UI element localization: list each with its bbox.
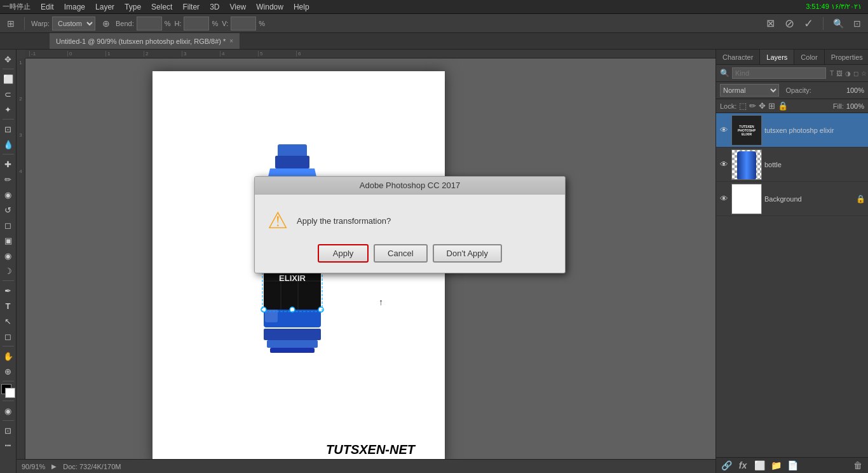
- canvas-scroll-area[interactable]: TUTSXEN PHOTOSHP ELIXIR: [25, 58, 715, 473]
- document-tab[interactable]: Untitled-1 @ 90/9% (tutsxen photoshp eli…: [50, 33, 240, 49]
- apply-button[interactable]: Apply: [318, 244, 369, 263]
- fx-button[interactable]: fx: [736, 460, 749, 470]
- menu-layer[interactable]: Layer: [90, 0, 119, 13]
- v-label: V:: [222, 20, 228, 27]
- filter-icon-T[interactable]: T: [830, 70, 834, 77]
- app-title: 一時停止: [3, 2, 31, 11]
- tab-properties[interactable]: Properties: [825, 50, 868, 64]
- tab-character[interactable]: Character: [716, 50, 760, 64]
- watermark-text: TUTSXEN-NET: [326, 442, 415, 457]
- cancel-transform-icon[interactable]: ⊘: [782, 17, 796, 31]
- layer-visibility-icon[interactable]: 👁: [719, 194, 729, 203]
- dialog-title: Adobe Photoshop CC 2017: [255, 177, 565, 195]
- lock-image-icon[interactable]: ✏: [749, 101, 756, 111]
- status-arrow[interactable]: ▶: [51, 463, 57, 470]
- layer-item[interactable]: 👁 Background 🔒: [716, 182, 868, 216]
- menu-3d[interactable]: 3D: [205, 0, 224, 13]
- menu-help[interactable]: Help: [288, 0, 315, 13]
- menu-type[interactable]: Type: [119, 0, 146, 13]
- layer-name: tutsxen photoshp elixir: [764, 127, 865, 134]
- dodge-tool[interactable]: ☽: [1, 264, 15, 278]
- layer-item[interactable]: 👁 TUTSXENPHOTOSHPELIXIR tutsxen photoshp…: [716, 113, 868, 147]
- lock-transparent-icon[interactable]: ⬚: [739, 101, 747, 111]
- dont-apply-button[interactable]: Don't Apply: [433, 244, 502, 263]
- warp-mode-select[interactable]: Custom: [52, 17, 95, 31]
- link-layers-button[interactable]: 🔗: [720, 460, 733, 470]
- puppet-warp-icon[interactable]: ⊠: [763, 17, 777, 31]
- bend-input[interactable]: 0.0: [137, 17, 162, 31]
- menu-select[interactable]: Select: [146, 0, 177, 13]
- tool-sep-8: [3, 420, 14, 421]
- move-tool[interactable]: ✥: [1, 52, 15, 66]
- v-section: V: 0.0 %: [222, 17, 265, 31]
- history-tool[interactable]: ↺: [1, 203, 15, 217]
- menu-view[interactable]: View: [224, 0, 251, 13]
- gradient-tool[interactable]: ▣: [1, 233, 15, 247]
- tab-color[interactable]: Color: [794, 50, 824, 64]
- screen-mode-tool[interactable]: ⊡: [1, 423, 15, 437]
- new-layer-button[interactable]: 📄: [786, 460, 799, 470]
- lock-all-icon[interactable]: 🔒: [778, 101, 788, 111]
- search-toolbar-icon[interactable]: 🔍: [831, 17, 845, 31]
- lock-position-icon[interactable]: ✥: [759, 101, 766, 111]
- tool-sep-3: [3, 154, 14, 154]
- layer-thumbnail: [731, 149, 762, 180]
- filter-icon-img[interactable]: 🖼: [836, 70, 843, 77]
- layer-visibility-icon[interactable]: 👁: [719, 160, 729, 169]
- opacity-value[interactable]: 100%: [846, 86, 864, 94]
- svg-rect-14: [264, 329, 321, 340]
- filter-icon-adj[interactable]: ◑: [845, 70, 851, 77]
- fill-value[interactable]: 100%: [846, 102, 864, 110]
- zoom-tool[interactable]: ⊕: [1, 364, 15, 378]
- delete-layer-button[interactable]: 🗑: [851, 460, 864, 470]
- cancel-button[interactable]: Cancel: [374, 244, 427, 263]
- v-input[interactable]: 0.0: [231, 17, 256, 31]
- layers-search-row: 🔍 T 🖼 ◑ ◻ ☆ ●: [716, 65, 868, 82]
- add-mask-button[interactable]: ⬜: [753, 460, 766, 470]
- v-unit: %: [259, 20, 265, 27]
- new-group-button[interactable]: 📁: [770, 460, 782, 470]
- blend-mode-select[interactable]: Normal Dissolve Darken Multiply: [720, 84, 779, 97]
- layer-visibility-icon[interactable]: 👁: [719, 125, 729, 135]
- ruler-horizontal: -1 0 1 2 3 4 5 6: [25, 50, 715, 58]
- h-input[interactable]: 0.0: [184, 17, 209, 31]
- menu-edit[interactable]: Edit: [36, 0, 59, 13]
- brush-tool[interactable]: ✏: [1, 172, 15, 186]
- quick-mask-tool[interactable]: ◉: [1, 404, 15, 418]
- lock-artboard-icon[interactable]: ⊞: [768, 101, 775, 111]
- magic-wand-tool[interactable]: ✦: [1, 102, 15, 116]
- hand-tool[interactable]: ✋: [1, 349, 15, 363]
- blend-opacity-row: Normal Dissolve Darken Multiply Opacity:…: [716, 82, 868, 99]
- marquee-tool[interactable]: ⬜: [1, 72, 15, 86]
- heal-tool[interactable]: ✚: [1, 157, 15, 171]
- filter-icon-shape[interactable]: ◻: [853, 70, 858, 77]
- crop-tool[interactable]: ⊡: [1, 122, 15, 136]
- ruler-vertical: 1 2 3 4: [17, 58, 25, 473]
- foreground-swatch[interactable]: [1, 384, 15, 398]
- filter-icon-smart[interactable]: ☆: [861, 70, 867, 77]
- tool-sep-7: [3, 401, 14, 401]
- background-lock-icon: 🔒: [856, 195, 865, 203]
- layers-search-input[interactable]: [732, 67, 826, 79]
- clone-tool[interactable]: ◉: [1, 188, 15, 202]
- shape-tool[interactable]: ◻: [1, 329, 15, 343]
- menu-image[interactable]: Image: [59, 0, 90, 13]
- tool-sep-4: [3, 280, 14, 281]
- h-label: H:: [174, 20, 181, 27]
- path-select-tool[interactable]: ↖: [1, 314, 15, 328]
- tab-layers[interactable]: Layers: [760, 50, 794, 64]
- confirm-transform-icon[interactable]: ✓: [801, 17, 815, 31]
- eyedrop-tool[interactable]: 💧: [1, 137, 15, 151]
- more-tools[interactable]: •••: [1, 439, 15, 453]
- text-tool[interactable]: T: [1, 299, 15, 313]
- search-icon: 🔍: [720, 69, 729, 78]
- menu-window[interactable]: Window: [251, 0, 288, 13]
- arrange-icon[interactable]: ⊡: [850, 17, 864, 31]
- blur-tool[interactable]: ◉: [1, 249, 15, 263]
- lasso-tool[interactable]: ⊂: [1, 87, 15, 101]
- tab-close-button[interactable]: ×: [229, 38, 233, 45]
- menu-filter[interactable]: Filter: [177, 0, 205, 13]
- layer-item[interactable]: 👁 bottle: [716, 147, 868, 182]
- pen-tool[interactable]: ✒: [1, 284, 15, 298]
- eraser-tool[interactable]: ◻: [1, 218, 15, 232]
